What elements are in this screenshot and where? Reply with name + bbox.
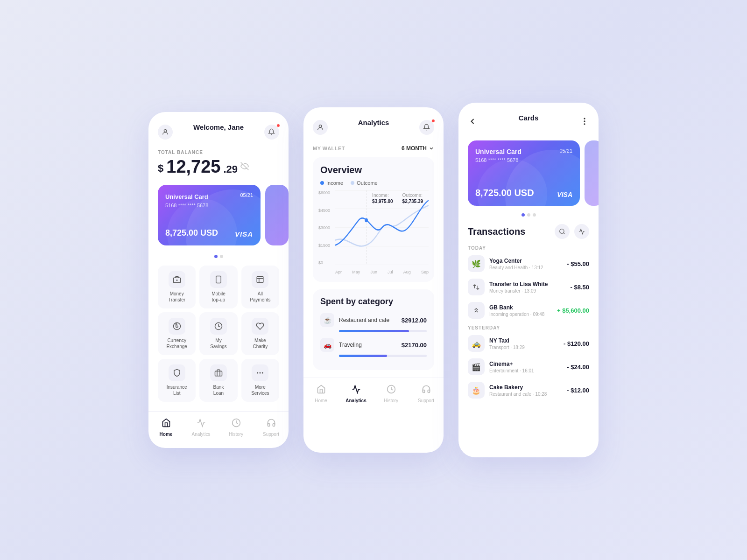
restaurant-progress-fill xyxy=(339,330,409,332)
outcome-dot xyxy=(351,181,354,185)
nav2-home[interactable]: Home xyxy=(303,385,338,403)
cake-bakery-info: Cake Bakery Restaurant and cafe · 10:28 xyxy=(489,384,562,397)
nav2-home-label: Home xyxy=(315,398,327,403)
txn-analytics-button[interactable] xyxy=(574,224,589,239)
card-dot-3-3 xyxy=(533,213,536,217)
service-label-money-transfer: MoneyTransfer xyxy=(168,291,185,303)
restaurant-icon: ☕ xyxy=(320,313,334,327)
nav2-history[interactable]: History xyxy=(374,385,409,403)
balance-label: TOTAL BALANCE xyxy=(158,150,279,155)
card-number: 5168 **** **** 5678 xyxy=(165,203,253,208)
toggle-balance-icon[interactable] xyxy=(240,162,249,175)
wallet-period-row: MY WALLET 6 MONTH xyxy=(313,145,434,152)
nav-home[interactable]: Home xyxy=(148,418,183,437)
cinema-sub: Entertainment · 16:01 xyxy=(489,368,562,373)
transfer-lisa-info: Transfer to Lisa White Money transfer · … xyxy=(489,281,566,294)
nav2-support-label: Support xyxy=(418,398,434,403)
notification-button[interactable] xyxy=(264,125,279,140)
service-label-currency-exchange: CurrencyExchange xyxy=(166,337,187,350)
cinema-name: Cinema+ xyxy=(489,361,562,367)
svg-point-14 xyxy=(262,372,263,373)
insurance-list-icon xyxy=(169,364,185,381)
transfer-lisa-icon xyxy=(468,279,485,295)
analytics-profile-icon[interactable] xyxy=(313,120,328,135)
yesterday-label: YESTERDAY xyxy=(468,325,589,330)
cards-carousel: Universal Card 05/21 5168 **** **** 5678… xyxy=(148,185,289,245)
ny-taxi-sub: Transport · 18:29 xyxy=(489,345,559,350)
service-label-more-services: MoreServices xyxy=(251,384,269,396)
yoga-center-name: Yoga Center xyxy=(489,258,562,264)
ny-taxi-amount: - $120.00 xyxy=(564,340,589,347)
service-label-all-payments: AllPayments xyxy=(250,291,270,303)
restaurant-progress-bg xyxy=(339,330,427,332)
txn-ny-taxi: 🚕 NY Taxi Transport · 18:29 - $120.00 xyxy=(468,335,589,352)
service-insurance-list[interactable]: InsuranceList xyxy=(158,359,196,402)
chart-x-labels: Apr May Jun Jul Aug Sep xyxy=(335,270,429,274)
cake-bakery-amount: - $12.00 xyxy=(567,387,589,394)
transactions-header: Transactions xyxy=(468,224,589,239)
wallet-label: MY WALLET xyxy=(313,146,345,151)
category-title: Spent by category xyxy=(320,297,427,307)
screen-cards: Cards Universal Card 05/21 5168 **** ***… xyxy=(458,103,599,457)
svg-rect-11 xyxy=(215,371,222,376)
txn-gb-bank: GB Bank Incoming operation · 09:48 + $5,… xyxy=(468,302,589,319)
profile-icon[interactable] xyxy=(158,125,173,140)
travel-amount: $2170.00 xyxy=(402,342,427,349)
mobile-topup-icon xyxy=(210,271,227,288)
chart-svg-wrapper: Income: $3,975.00 Outcome: $2,735.39 xyxy=(335,190,429,265)
service-money-transfer[interactable]: MoneyTransfer xyxy=(158,266,196,308)
service-my-savings[interactable]: MySavings xyxy=(199,312,237,355)
txn-search-button[interactable] xyxy=(555,224,570,239)
svg-point-25 xyxy=(584,118,585,119)
back-button[interactable] xyxy=(468,117,477,128)
nav2-support[interactable]: Support xyxy=(409,385,444,403)
yoga-center-info: Yoga Center Beauty and Health · 13:12 xyxy=(489,258,562,270)
cake-bakery-icon: 🎂 xyxy=(468,382,485,399)
income-tooltip-label: Income: xyxy=(372,193,393,198)
svg-point-27 xyxy=(584,124,585,125)
service-more-services[interactable]: MoreServices xyxy=(241,359,279,402)
overview-box: Overview Income Outcome $6000 $4500 xyxy=(313,157,434,282)
main-card-name: Universal Card xyxy=(475,148,572,155)
nav-history[interactable]: History xyxy=(218,418,254,437)
card-name: Universal Card xyxy=(165,193,208,200)
cake-bakery-sub: Restaurant and cafe · 10:28 xyxy=(489,392,562,397)
side-card-mini[interactable] xyxy=(585,140,599,206)
txn-cake-bakery: 🎂 Cake Bakery Restaurant and cafe · 10:2… xyxy=(468,382,589,399)
service-make-charity[interactable]: MakeCharity xyxy=(241,312,279,355)
transfer-lisa-amount: - $8.50 xyxy=(571,284,589,291)
notification-badge xyxy=(276,124,280,127)
nav-analytics[interactable]: Analytics xyxy=(183,418,218,437)
service-all-payments[interactable]: AllPayments xyxy=(241,266,279,308)
card-dot-2 xyxy=(220,255,223,258)
gb-bank-icon xyxy=(468,302,485,319)
svg-point-16 xyxy=(319,125,321,127)
category-item-travel: 🚗 Traveling $2170.00 xyxy=(320,338,427,357)
tooltip-income: Income: $3,975.00 xyxy=(372,193,393,204)
service-mobile-topup[interactable]: Mobiletop-up xyxy=(199,266,237,308)
primary-card[interactable]: Universal Card 05/21 5168 **** **** 5678… xyxy=(158,185,261,245)
restaurant-label: Restaurant and cafe xyxy=(339,317,397,323)
cards-title: Cards xyxy=(519,114,539,122)
transfer-lisa-name: Transfer to Lisa White xyxy=(489,281,566,287)
svg-line-29 xyxy=(564,233,565,234)
more-options-button[interactable] xyxy=(580,117,589,128)
period-label: 6 MONTH xyxy=(402,145,427,152)
txn-actions xyxy=(555,224,589,239)
card-amount: 8,725.00 USD xyxy=(165,228,218,238)
service-bank-loan[interactable]: BankLoan xyxy=(199,359,237,402)
secondary-card[interactable] xyxy=(265,185,289,245)
service-currency-exchange[interactable]: CurrencyExchange xyxy=(158,312,196,355)
services-grid: MoneyTransfer Mobiletop-up AllPayments xyxy=(158,266,279,402)
card-brand: VISA xyxy=(235,230,253,238)
main-card-exp: 05/21 xyxy=(559,148,572,154)
analytics-notification-button[interactable] xyxy=(419,120,434,135)
ny-taxi-name: NY Taxi xyxy=(489,337,559,344)
main-card-3[interactable]: Universal Card 05/21 5168 **** **** 5678… xyxy=(468,140,580,206)
nav2-analytics[interactable]: Analytics xyxy=(338,385,374,403)
my-savings-icon xyxy=(210,318,227,335)
analytics-top-bar: Analytics xyxy=(313,119,434,136)
cards-top-bar: Cards xyxy=(468,114,589,131)
period-selector[interactable]: 6 MONTH xyxy=(402,145,434,152)
nav-support[interactable]: Support xyxy=(254,418,289,437)
